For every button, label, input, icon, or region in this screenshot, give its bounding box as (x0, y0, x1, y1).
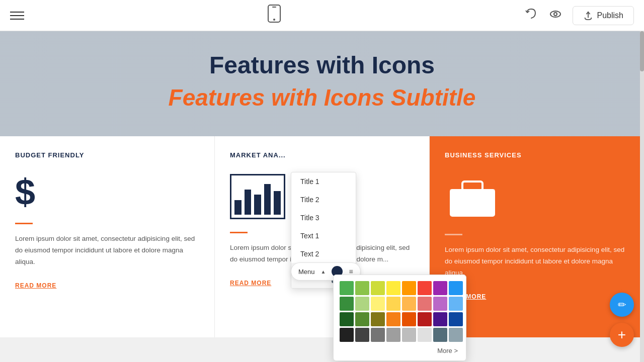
color-picker: More > (333, 275, 466, 361)
color-swatch[interactable] (433, 328, 447, 342)
dropdown-item-title2[interactable]: Title 2 (291, 191, 356, 209)
color-swatch[interactable] (355, 297, 369, 311)
card-text-business: Lorem ipsum dolor sit amet, consectetur … (445, 244, 629, 279)
color-swatch[interactable] (418, 297, 432, 311)
read-more-budget[interactable]: READ MORE (15, 282, 56, 289)
color-swatch[interactable] (402, 297, 416, 311)
hero-title: Features with Icons (10, 51, 634, 79)
color-swatch[interactable] (371, 297, 385, 311)
scrollbar[interactable] (640, 31, 644, 362)
card-title-business: BUSINESS SERVICES (445, 151, 629, 159)
undo-icon[interactable] (524, 7, 538, 24)
color-swatch[interactable] (433, 281, 447, 295)
publish-button[interactable]: Publish (573, 6, 634, 25)
color-swatch[interactable] (433, 312, 447, 326)
card-title-market: MARKET ANA... (230, 151, 414, 159)
briefcase-icon-wrapper (445, 174, 629, 221)
fab-plus-button[interactable]: + (610, 323, 634, 347)
color-swatch[interactable] (402, 312, 416, 326)
color-swatch[interactable] (355, 328, 369, 342)
color-swatch[interactable] (386, 281, 400, 295)
nav-center (267, 4, 281, 27)
color-swatch[interactable] (402, 281, 416, 295)
menu-bar-label: Menu (298, 268, 315, 276)
dropdown-item-text2[interactable]: Text 2 (291, 245, 356, 263)
color-swatch[interactable] (386, 297, 400, 311)
chevron-up-icon: ▲ (321, 269, 326, 275)
color-swatch[interactable] (386, 328, 400, 342)
nav-right: Publish (524, 6, 634, 25)
color-swatch[interactable] (402, 328, 416, 342)
color-swatch[interactable] (355, 281, 369, 295)
color-swatch[interactable] (449, 281, 463, 295)
publish-label: Publish (597, 11, 623, 20)
color-swatch[interactable] (449, 297, 463, 311)
color-swatch[interactable] (371, 312, 385, 326)
color-swatch[interactable] (371, 281, 385, 295)
eye-icon[interactable] (548, 7, 562, 24)
color-swatch[interactable] (418, 281, 432, 295)
more-colors-link[interactable]: More > (340, 347, 460, 354)
top-nav: Publish (0, 0, 644, 31)
hero-subtitle: Features with Icons Subtitle (10, 84, 634, 111)
color-swatch[interactable] (386, 312, 400, 326)
color-swatch[interactable] (433, 297, 447, 311)
dropdown-item-title1[interactable]: Title 1 (291, 172, 356, 191)
svg-point-4 (554, 13, 557, 16)
color-swatch[interactable] (340, 312, 354, 326)
dollar-icon: $ (15, 174, 199, 210)
nav-left (10, 12, 24, 20)
fab-pencil-button[interactable]: ✏ (610, 293, 634, 317)
hero-section: Features with Icons Features with Icons … (0, 31, 644, 136)
color-swatch[interactable] (340, 297, 354, 311)
divider-line-market (230, 232, 248, 233)
color-swatch[interactable] (340, 328, 354, 342)
main-content: Features with Icons Features with Icons … (0, 31, 644, 362)
color-grid (340, 281, 460, 342)
color-swatch[interactable] (449, 328, 463, 342)
svg-point-3 (550, 11, 560, 17)
svg-rect-9 (469, 195, 476, 200)
color-swatch[interactable] (418, 312, 432, 326)
card-budget-friendly: BUDGET FRIENDLY $ Lorem ipsum dolor sit … (0, 136, 215, 337)
divider-line (15, 223, 33, 224)
divider-line-business (445, 234, 462, 235)
color-swatch[interactable] (418, 328, 432, 342)
read-more-market[interactable]: READ MORE (230, 280, 271, 287)
card-title-budget: BUDGET FRIENDLY (15, 151, 199, 159)
svg-rect-2 (272, 7, 276, 8)
dropdown-item-text1[interactable]: Text 1 (291, 227, 356, 245)
hamburger-icon[interactable] (10, 12, 24, 20)
color-swatch[interactable] (371, 328, 385, 342)
phone-icon (267, 4, 281, 27)
card-text-budget: Lorem ipsum dolor sit amet, consectetur … (15, 233, 199, 268)
dropdown-item-title3[interactable]: Title 3 (291, 209, 356, 227)
svg-point-1 (273, 19, 275, 21)
fab-container: ✏ + (610, 293, 634, 347)
scrollbar-thumb[interactable] (640, 31, 644, 71)
color-swatch[interactable] (355, 312, 369, 326)
color-swatch[interactable] (340, 281, 354, 295)
color-swatch[interactable] (449, 312, 463, 326)
